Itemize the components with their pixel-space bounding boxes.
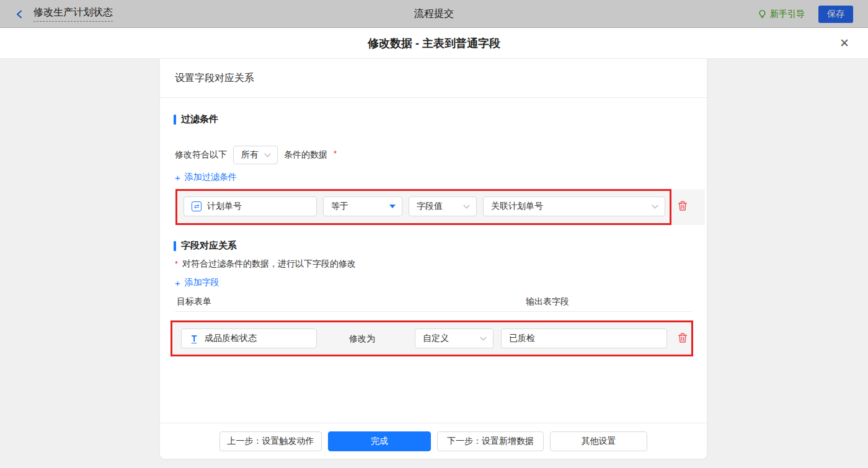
custom-value-input[interactable]: 已质检 [501, 329, 667, 348]
delete-mapping-row-icon[interactable] [677, 332, 689, 345]
settings-card: 设置字段对应关系 过滤条件 修改符合以下 所有 条件的数据 * + 添 [160, 59, 707, 459]
next-step-button[interactable]: 下一步：设置新增数据 [437, 431, 544, 451]
filter-section-title: 过滤条件 [174, 113, 218, 125]
condition-suffix: 条件的数据 [284, 149, 327, 161]
beginner-guide-link[interactable]: 新手引导 [758, 9, 805, 20]
column-header-target-form: 目标表单 [177, 296, 211, 307]
card-footer: 上一步：设置触发动作 完成 下一步：设置新增数据 其他设置 [160, 423, 707, 459]
topbar-center-title: 流程提交 [0, 0, 868, 28]
plus-icon: + [175, 278, 180, 288]
text-field-icon: T [189, 333, 199, 343]
modify-to-label: 修改为 [349, 333, 375, 345]
add-filter-condition-link[interactable]: + 添加过滤条件 [175, 172, 237, 183]
match-mode-select[interactable]: 所有 [233, 146, 278, 164]
custom-value-type-select[interactable]: 自定义 [415, 329, 494, 348]
done-button[interactable]: 完成 [328, 431, 431, 451]
chevron-down-icon [264, 153, 271, 157]
value-field-select[interactable]: 关联计划单号 [483, 196, 665, 216]
dialog-header: 修改数据 - 主表到普通字段 ✕ [0, 28, 868, 59]
required-asterisk: * [334, 149, 337, 158]
target-field-select[interactable]: T 成品质检状态 [181, 329, 317, 348]
app-topbar: 修改生产计划状态 流程提交 新手引导 保存 [0, 0, 868, 28]
modify-data-dialog: 修改数据 - 主表到普通字段 ✕ 设置字段对应关系 过滤条件 修改符合以下 所有… [0, 28, 868, 468]
mapping-section-title: 字段对应关系 [174, 240, 237, 252]
mapping-note: * 对符合过滤条件的数据，进行以下字段的修改 [175, 258, 356, 270]
value-type-select[interactable]: 字段值 [409, 196, 477, 216]
required-asterisk: * [175, 259, 178, 268]
add-field-link[interactable]: + 添加字段 [175, 277, 219, 288]
chevron-down-icon [480, 337, 487, 341]
divider [175, 311, 692, 312]
lightbulb-icon [758, 9, 767, 19]
save-button[interactable]: 保存 [818, 6, 853, 23]
dialog-title: 修改数据 - 主表到普通字段 [368, 36, 500, 51]
chevron-down-icon [652, 205, 658, 209]
guide-label: 新手引导 [770, 9, 805, 20]
prev-step-button[interactable]: 上一步：设置触发动作 [219, 431, 322, 451]
other-settings-button[interactable]: 其他设置 [550, 431, 647, 451]
close-icon[interactable]: ✕ [836, 35, 852, 51]
section-bar [174, 115, 176, 125]
condition-sentence: 修改符合以下 所有 条件的数据 * [175, 146, 337, 164]
section-bar [174, 241, 176, 251]
operator-select[interactable]: 等于 [323, 196, 402, 216]
delete-filter-row-icon[interactable] [677, 200, 689, 213]
screen: 修改生产计划状态 流程提交 新手引导 保存 修改数据 - 主表到普通字段 ✕ 设… [0, 0, 868, 468]
dropdown-triangle-icon [389, 205, 396, 208]
column-header-output-field: 输出表字段 [526, 296, 569, 307]
card-title: 设置字段对应关系 [160, 59, 707, 98]
serial-number-field-icon: ⇄ [192, 201, 202, 211]
chevron-down-icon [463, 205, 470, 209]
plus-icon: + [175, 173, 180, 182]
filter-field-select[interactable]: ⇄ 计划单号 [184, 196, 317, 216]
condition-prefix: 修改符合以下 [175, 149, 227, 161]
